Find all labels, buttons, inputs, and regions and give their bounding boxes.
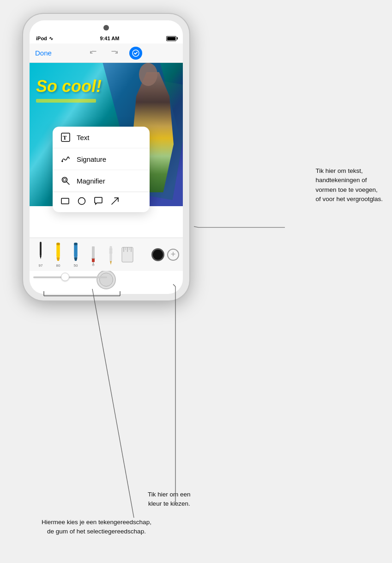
slider-thumb[interactable] bbox=[61, 273, 69, 281]
undo-button[interactable] bbox=[87, 47, 100, 60]
rectangle-shape[interactable] bbox=[60, 196, 70, 208]
markup-active-button[interactable] bbox=[129, 47, 142, 60]
shapes-row bbox=[53, 192, 150, 212]
right-annotation: Tik hier om tekst, handtekeningen of vor… bbox=[315, 166, 383, 204]
pen-tool[interactable]: 97 bbox=[33, 242, 48, 268]
wifi-icon: ∿ bbox=[49, 36, 53, 42]
signature-menu-label: Signature bbox=[77, 155, 106, 163]
done-button[interactable]: Done bbox=[35, 49, 52, 57]
blue-marker-value: 50 bbox=[74, 263, 78, 268]
popup-item-text[interactable]: T Text bbox=[53, 127, 150, 148]
popup-item-magnifier[interactable]: Magnifier bbox=[53, 170, 150, 192]
svg-line-37 bbox=[92, 289, 134, 518]
color-picker-button[interactable] bbox=[151, 248, 164, 261]
svg-point-4 bbox=[62, 177, 67, 183]
yellow-marker-tool[interactable]: 80 bbox=[51, 242, 66, 268]
svg-point-3 bbox=[62, 161, 63, 162]
svg-point-7 bbox=[78, 198, 85, 205]
add-tool-button[interactable]: + bbox=[167, 249, 179, 261]
svg-rect-12 bbox=[56, 242, 60, 245]
svg-text:T: T bbox=[63, 134, 67, 141]
svg-marker-16 bbox=[74, 257, 78, 261]
popup-menu: T Text Signature Magnifier bbox=[53, 127, 150, 212]
circle-shape[interactable] bbox=[77, 196, 87, 208]
svg-rect-22 bbox=[110, 246, 112, 261]
size-slider[interactable] bbox=[33, 274, 107, 282]
svg-rect-17 bbox=[92, 246, 95, 259]
svg-rect-18 bbox=[92, 258, 95, 262]
carrier-label: iPod bbox=[36, 36, 47, 41]
speech-bubble-shape[interactable] bbox=[93, 196, 103, 208]
slider-track bbox=[33, 276, 107, 278]
pencil-tool[interactable] bbox=[103, 242, 118, 268]
eraser-tool[interactable] bbox=[86, 242, 101, 268]
svg-rect-15 bbox=[74, 242, 78, 245]
svg-marker-26 bbox=[110, 261, 112, 265]
color-annotation: Tik hier om een kleur te kiezen. bbox=[148, 490, 191, 509]
svg-point-5 bbox=[63, 178, 66, 181]
magnifier-icon bbox=[60, 175, 71, 186]
blue-marker-tool[interactable]: 50 bbox=[68, 242, 83, 268]
svg-line-8 bbox=[112, 198, 118, 204]
redo-button[interactable] bbox=[108, 47, 121, 60]
popup-item-signature[interactable]: Signature bbox=[53, 148, 150, 170]
text-menu-label: Text bbox=[77, 134, 90, 141]
signature-icon bbox=[60, 153, 71, 165]
svg-rect-6 bbox=[61, 198, 69, 204]
text-icon: T bbox=[60, 132, 71, 143]
device-screen: iPod ∿ 9:41 AM Done bbox=[30, 20, 183, 294]
toolbar-center bbox=[52, 47, 177, 60]
svg-marker-10 bbox=[40, 256, 42, 259]
svg-rect-9 bbox=[40, 242, 42, 256]
status-right bbox=[166, 36, 176, 41]
svg-marker-13 bbox=[56, 257, 60, 261]
pen-value: 97 bbox=[39, 263, 43, 268]
magnifier-menu-label: Magnifier bbox=[77, 177, 105, 185]
arrow-shape[interactable] bbox=[110, 196, 120, 208]
device-frame: iPod ∿ 9:41 AM Done bbox=[23, 14, 189, 300]
photo-underline bbox=[36, 99, 96, 103]
tool-annotation: Hiermee kies je een tekengereedschap, de… bbox=[42, 518, 151, 537]
photo-text: So cool! bbox=[36, 77, 102, 96]
ruler-tool[interactable] bbox=[121, 242, 134, 268]
status-bar: iPod ∿ 9:41 AM bbox=[30, 33, 183, 43]
yellow-marker-value: 80 bbox=[56, 263, 60, 268]
status-left: iPod ∿ bbox=[36, 36, 53, 42]
status-time: 9:41 AM bbox=[100, 36, 120, 41]
drawing-toolbar: 97 80 50 bbox=[30, 238, 183, 271]
markup-toolbar: Done bbox=[30, 43, 183, 63]
camera-dot bbox=[103, 25, 109, 31]
svg-line-34 bbox=[194, 226, 199, 227]
battery-icon bbox=[166, 36, 176, 41]
